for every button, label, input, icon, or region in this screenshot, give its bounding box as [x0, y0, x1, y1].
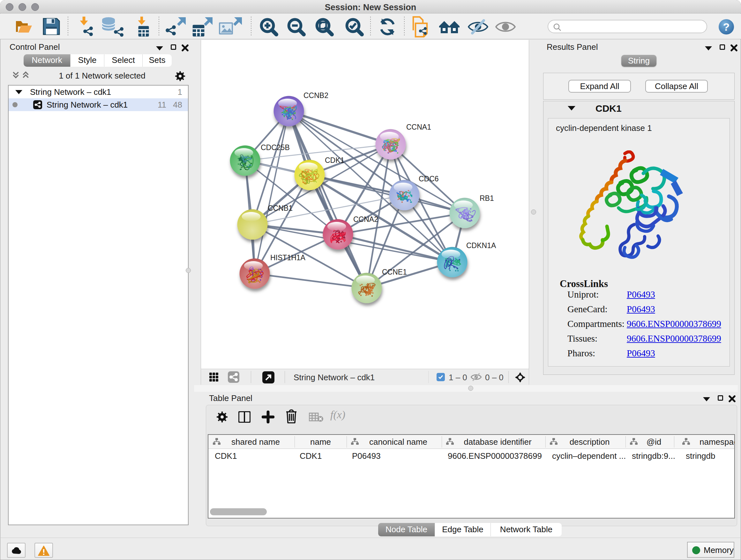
svg-text:CDC25B: CDC25B [261, 143, 290, 152]
svg-text:CDC6: CDC6 [419, 175, 439, 183]
svg-text:CCNB1: CCNB1 [268, 204, 293, 212]
svg-text:CCNA2: CCNA2 [353, 215, 378, 224]
svg-text:CCNB2: CCNB2 [304, 91, 328, 100]
svg-text:CDK1: CDK1 [325, 156, 344, 165]
svg-text:RB1: RB1 [480, 194, 494, 202]
svg-text:CCNE1: CCNE1 [382, 268, 407, 276]
svg-text:CCNA1: CCNA1 [406, 123, 431, 131]
svg-text:HIST1H1A: HIST1H1A [270, 253, 306, 262]
svg-text:CDKN1A: CDKN1A [466, 241, 496, 250]
